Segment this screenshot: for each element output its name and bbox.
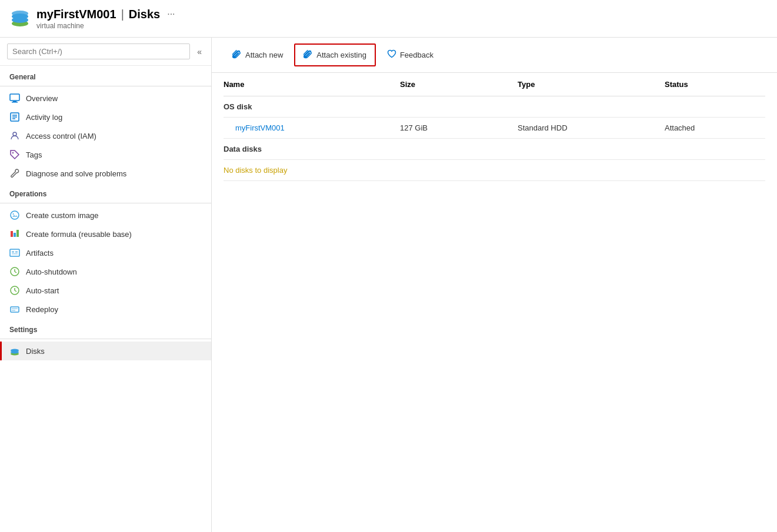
sidebar-item-auto-shutdown[interactable]: Auto-shutdown <box>0 262 211 281</box>
clock-icon-start <box>9 285 20 296</box>
sidebar-label-create-image: Create custom image <box>26 211 99 220</box>
svg-point-12 <box>12 152 14 153</box>
svg-rect-19 <box>12 251 14 253</box>
iam-icon <box>9 131 20 141</box>
svg-point-33 <box>11 349 19 352</box>
sidebar-item-overview[interactable]: Overview <box>0 89 211 108</box>
formula-icon <box>9 229 20 239</box>
col-header-status: Status <box>665 80 777 89</box>
content-area: Attach new Attach existing Feedback N <box>212 38 777 532</box>
sidebar-section-operations: Operations <box>0 183 211 200</box>
sidebar-collapse-button[interactable]: « <box>195 45 204 59</box>
activitylog-icon <box>9 112 20 122</box>
sidebar-label-redeploy: Redeploy <box>26 305 58 314</box>
feedback-button[interactable]: Feedback <box>378 44 442 66</box>
vm-icon <box>9 7 31 30</box>
redeploy-icon <box>9 304 20 314</box>
os-disk-section-title: OS disk <box>224 96 765 118</box>
page-section: Disks <box>129 8 160 21</box>
svg-point-13 <box>11 211 19 219</box>
monitor-icon <box>9 93 20 103</box>
main-layout: « General Overview Activity log <box>0 38 777 532</box>
sidebar-label-auto-start: Auto-start <box>26 286 59 295</box>
feedback-label: Feedback <box>400 51 433 59</box>
sidebar-label-overview: Overview <box>26 94 58 103</box>
col-header-size: Size <box>400 80 518 89</box>
disk-type: Standard HDD <box>518 123 665 132</box>
content-body: Name Size Type Status OS disk myFirstVM0… <box>212 73 777 532</box>
search-input[interactable] <box>7 44 190 59</box>
sidebar-label-diagnose: Diagnose and solve problems <box>26 169 126 178</box>
svg-line-27 <box>15 290 16 292</box>
svg-rect-4 <box>10 94 19 101</box>
toolbar: Attach new Attach existing Feedback <box>212 38 777 73</box>
sidebar-item-iam[interactable]: Access control (IAM) <box>0 126 211 145</box>
disk-name-link[interactable]: myFirstVM001 <box>224 123 400 132</box>
title-separator: | <box>121 8 124 21</box>
svg-line-24 <box>15 272 16 273</box>
sidebar-label-tags: Tags <box>26 150 42 159</box>
resource-name: myFirstVM001 <box>36 8 116 21</box>
sidebar-section-settings: Settings <box>0 319 211 336</box>
sidebar: « General Overview Activity log <box>0 38 212 532</box>
tag-icon <box>9 149 20 160</box>
svg-point-14 <box>13 213 14 215</box>
heart-icon <box>387 49 396 61</box>
disk-size: 127 GiB <box>400 123 518 132</box>
svg-rect-18 <box>10 249 19 256</box>
sidebar-item-redeploy[interactable]: Redeploy <box>0 300 211 319</box>
sidebar-item-auto-start[interactable]: Auto-start <box>0 281 211 300</box>
sidebar-label-activity-log: Activity log <box>26 113 62 122</box>
svg-rect-6 <box>12 102 18 103</box>
artifacts-icon <box>9 247 20 258</box>
clock-icon-shutdown <box>9 266 20 277</box>
disk-status: Attached <box>665 123 777 132</box>
title-block: myFirstVM001 | Disks ··· virtual machine <box>36 8 175 30</box>
data-disks-section-title: Data disks <box>224 139 765 160</box>
svg-rect-29 <box>12 308 18 309</box>
sidebar-body: General Overview Activity log Access con… <box>0 66 211 532</box>
table-row: myFirstVM001 127 GiB Standard HDD Attach… <box>224 118 765 139</box>
sidebar-section-general: General <box>0 66 211 83</box>
svg-point-3 <box>12 11 28 16</box>
col-header-name: Name <box>224 80 400 89</box>
image-icon <box>9 210 20 220</box>
wrench-icon <box>9 168 20 179</box>
svg-rect-28 <box>11 307 19 312</box>
disk-icon <box>9 346 20 356</box>
disks-table: Name Size Type Status OS disk myFirstVM0… <box>224 73 765 181</box>
svg-point-11 <box>13 132 16 136</box>
svg-rect-20 <box>15 251 18 253</box>
attach-new-label: Attach new <box>245 51 283 59</box>
attach-existing-label: Attach existing <box>316 51 366 59</box>
sidebar-label-artifacts: Artifacts <box>26 249 54 257</box>
attach-new-button[interactable]: Attach new <box>224 44 292 66</box>
resource-type: virtual machine <box>36 22 84 30</box>
sidebar-label-auto-shutdown: Auto-shutdown <box>26 267 77 276</box>
svg-rect-30 <box>12 310 15 311</box>
svg-rect-17 <box>16 230 19 237</box>
sidebar-item-create-image[interactable]: Create custom image <box>0 206 211 225</box>
paperclip-icon-new <box>232 49 242 61</box>
attach-existing-button[interactable]: Attach existing <box>294 44 376 66</box>
sidebar-label-create-formula: Create formula (reusable base) <box>26 230 132 239</box>
sidebar-item-create-formula[interactable]: Create formula (reusable base) <box>0 225 211 243</box>
sidebar-label-disks: Disks <box>26 347 45 356</box>
svg-rect-15 <box>11 231 13 237</box>
more-options-button[interactable]: ··· <box>167 9 175 19</box>
sidebar-search-area: « <box>0 38 211 66</box>
sidebar-item-activity-log[interactable]: Activity log <box>0 108 211 126</box>
svg-rect-16 <box>14 233 16 237</box>
sidebar-item-tags[interactable]: Tags <box>0 145 211 164</box>
sidebar-label-iam: Access control (IAM) <box>26 132 96 140</box>
paperclip-icon-existing <box>304 49 313 61</box>
sidebar-item-disks[interactable]: Disks <box>0 342 211 360</box>
no-data-message: No disks to display <box>224 160 765 181</box>
table-header: Name Size Type Status <box>224 73 765 96</box>
col-header-type: Type <box>518 80 665 89</box>
svg-rect-21 <box>12 253 18 255</box>
sidebar-item-artifacts[interactable]: Artifacts <box>0 243 211 262</box>
page-header: myFirstVM001 | Disks ··· virtual machine <box>0 0 777 38</box>
sidebar-item-diagnose[interactable]: Diagnose and solve problems <box>0 164 211 183</box>
